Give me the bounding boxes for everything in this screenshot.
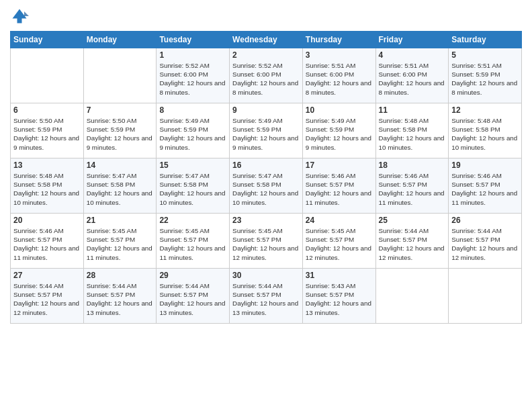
day-number: 1 bbox=[159, 50, 226, 60]
day-number: 18 bbox=[379, 161, 446, 170]
day-info: Sunrise: 5:51 AMSunset: 6:00 PMDaylight:… bbox=[306, 61, 373, 97]
day-info: Sunrise: 5:46 AMSunset: 5:57 PMDaylight:… bbox=[379, 171, 446, 207]
calendar-cell: 16Sunrise: 5:47 AMSunset: 5:58 PMDayligh… bbox=[230, 158, 303, 214]
day-info: Sunrise: 5:44 AMSunset: 5:57 PMDaylight:… bbox=[159, 281, 226, 317]
day-number: 21 bbox=[87, 216, 154, 225]
day-info: Sunrise: 5:50 AMSunset: 5:59 PMDaylight:… bbox=[13, 116, 81, 152]
calendar-cell: 19Sunrise: 5:46 AMSunset: 5:57 PMDayligh… bbox=[449, 158, 522, 214]
day-info: Sunrise: 5:45 AMSunset: 5:57 PMDaylight:… bbox=[306, 226, 373, 262]
day-number: 25 bbox=[379, 216, 446, 225]
calendar-cell bbox=[11, 48, 84, 103]
day-number: 29 bbox=[159, 271, 226, 280]
calendar-cell: 22Sunrise: 5:45 AMSunset: 5:57 PMDayligh… bbox=[157, 214, 230, 269]
day-number: 24 bbox=[306, 216, 373, 225]
day-info: Sunrise: 5:52 AMSunset: 6:00 PMDaylight:… bbox=[232, 61, 300, 97]
calendar-cell: 29Sunrise: 5:44 AMSunset: 5:57 PMDayligh… bbox=[157, 269, 230, 324]
calendar-cell bbox=[449, 269, 522, 324]
day-info: Sunrise: 5:48 AMSunset: 5:58 PMDaylight:… bbox=[379, 116, 446, 152]
calendar-cell: 7Sunrise: 5:50 AMSunset: 5:59 PMDaylight… bbox=[83, 103, 157, 158]
day-info: Sunrise: 5:49 AMSunset: 5:59 PMDaylight:… bbox=[232, 116, 300, 152]
day-number: 6 bbox=[13, 105, 81, 115]
day-number: 19 bbox=[451, 161, 519, 170]
calendar-cell: 17Sunrise: 5:46 AMSunset: 5:57 PMDayligh… bbox=[302, 158, 375, 214]
day-info: Sunrise: 5:47 AMSunset: 5:58 PMDaylight:… bbox=[159, 171, 226, 207]
day-number: 31 bbox=[306, 271, 373, 280]
calendar-table: SundayMondayTuesdayWednesdayThursdayFrid… bbox=[10, 31, 522, 324]
calendar-cell: 28Sunrise: 5:44 AMSunset: 5:57 PMDayligh… bbox=[83, 269, 157, 324]
day-number: 27 bbox=[13, 271, 81, 280]
calendar-cell: 14Sunrise: 5:47 AMSunset: 5:58 PMDayligh… bbox=[83, 158, 157, 214]
calendar-cell: 8Sunrise: 5:49 AMSunset: 5:59 PMDaylight… bbox=[157, 103, 230, 158]
calendar-cell: 6Sunrise: 5:50 AMSunset: 5:59 PMDaylight… bbox=[11, 103, 84, 158]
header bbox=[10, 7, 522, 26]
day-info: Sunrise: 5:44 AMSunset: 5:57 PMDaylight:… bbox=[451, 226, 519, 262]
calendar-cell: 26Sunrise: 5:44 AMSunset: 5:57 PMDayligh… bbox=[449, 214, 522, 269]
logo bbox=[10, 7, 32, 26]
calendar-cell: 9Sunrise: 5:49 AMSunset: 5:59 PMDaylight… bbox=[230, 103, 303, 158]
calendar-header-friday: Friday bbox=[375, 32, 449, 48]
day-info: Sunrise: 5:50 AMSunset: 5:59 PMDaylight:… bbox=[87, 116, 154, 152]
day-info: Sunrise: 5:45 AMSunset: 5:57 PMDaylight:… bbox=[232, 226, 300, 262]
calendar-cell: 5Sunrise: 5:51 AMSunset: 5:59 PMDaylight… bbox=[449, 48, 522, 103]
calendar-cell: 2Sunrise: 5:52 AMSunset: 6:00 PMDaylight… bbox=[230, 48, 303, 103]
calendar-cell: 24Sunrise: 5:45 AMSunset: 5:57 PMDayligh… bbox=[302, 214, 375, 269]
calendar-cell: 18Sunrise: 5:46 AMSunset: 5:57 PMDayligh… bbox=[375, 158, 449, 214]
day-number: 7 bbox=[87, 105, 154, 115]
page: SundayMondayTuesdayWednesdayThursdayFrid… bbox=[0, 0, 532, 411]
calendar-cell: 25Sunrise: 5:44 AMSunset: 5:57 PMDayligh… bbox=[375, 214, 449, 269]
day-number: 2 bbox=[232, 50, 300, 60]
calendar-cell: 13Sunrise: 5:48 AMSunset: 5:58 PMDayligh… bbox=[11, 158, 84, 214]
day-number: 4 bbox=[379, 50, 446, 60]
day-number: 20 bbox=[13, 216, 81, 225]
day-info: Sunrise: 5:44 AMSunset: 5:57 PMDaylight:… bbox=[379, 226, 446, 262]
day-info: Sunrise: 5:49 AMSunset: 5:59 PMDaylight:… bbox=[159, 116, 226, 152]
calendar-cell bbox=[83, 48, 157, 103]
day-number: 23 bbox=[232, 216, 300, 225]
day-number: 10 bbox=[306, 105, 373, 115]
day-number: 15 bbox=[159, 161, 226, 170]
day-info: Sunrise: 5:45 AMSunset: 5:57 PMDaylight:… bbox=[159, 226, 226, 262]
calendar-header-row: SundayMondayTuesdayWednesdayThursdayFrid… bbox=[11, 32, 522, 48]
calendar-cell: 21Sunrise: 5:45 AMSunset: 5:57 PMDayligh… bbox=[83, 214, 157, 269]
day-number: 9 bbox=[232, 105, 300, 115]
day-info: Sunrise: 5:47 AMSunset: 5:58 PMDaylight:… bbox=[87, 171, 154, 207]
day-number: 26 bbox=[451, 216, 519, 225]
calendar-cell bbox=[375, 269, 449, 324]
day-number: 8 bbox=[159, 105, 226, 115]
calendar-cell: 15Sunrise: 5:47 AMSunset: 5:58 PMDayligh… bbox=[157, 158, 230, 214]
calendar-week-3: 13Sunrise: 5:48 AMSunset: 5:58 PMDayligh… bbox=[11, 158, 522, 214]
day-info: Sunrise: 5:43 AMSunset: 5:57 PMDaylight:… bbox=[306, 281, 373, 317]
day-info: Sunrise: 5:48 AMSunset: 5:58 PMDaylight:… bbox=[13, 171, 81, 207]
calendar-cell: 20Sunrise: 5:46 AMSunset: 5:57 PMDayligh… bbox=[11, 214, 84, 269]
day-info: Sunrise: 5:44 AMSunset: 5:57 PMDaylight:… bbox=[13, 281, 81, 317]
day-number: 14 bbox=[87, 161, 154, 170]
day-info: Sunrise: 5:46 AMSunset: 5:57 PMDaylight:… bbox=[306, 171, 373, 207]
logo-icon bbox=[10, 7, 29, 26]
calendar-header-saturday: Saturday bbox=[449, 32, 522, 48]
day-number: 30 bbox=[232, 271, 300, 280]
calendar-cell: 10Sunrise: 5:49 AMSunset: 5:59 PMDayligh… bbox=[302, 103, 375, 158]
calendar-cell: 11Sunrise: 5:48 AMSunset: 5:58 PMDayligh… bbox=[375, 103, 449, 158]
calendar-week-2: 6Sunrise: 5:50 AMSunset: 5:59 PMDaylight… bbox=[11, 103, 522, 158]
calendar-cell: 3Sunrise: 5:51 AMSunset: 6:00 PMDaylight… bbox=[302, 48, 375, 103]
calendar-week-5: 27Sunrise: 5:44 AMSunset: 5:57 PMDayligh… bbox=[11, 269, 522, 324]
day-info: Sunrise: 5:45 AMSunset: 5:57 PMDaylight:… bbox=[87, 226, 154, 262]
day-number: 11 bbox=[379, 105, 446, 115]
day-info: Sunrise: 5:47 AMSunset: 5:58 PMDaylight:… bbox=[232, 171, 300, 207]
day-info: Sunrise: 5:46 AMSunset: 5:57 PMDaylight:… bbox=[451, 171, 519, 207]
day-number: 13 bbox=[13, 161, 81, 170]
day-number: 17 bbox=[306, 161, 373, 170]
day-number: 5 bbox=[451, 50, 519, 60]
day-info: Sunrise: 5:52 AMSunset: 6:00 PMDaylight:… bbox=[159, 61, 226, 97]
day-info: Sunrise: 5:51 AMSunset: 5:59 PMDaylight:… bbox=[451, 61, 519, 97]
day-info: Sunrise: 5:46 AMSunset: 5:57 PMDaylight:… bbox=[13, 226, 81, 262]
day-number: 3 bbox=[306, 50, 373, 60]
day-info: Sunrise: 5:44 AMSunset: 5:57 PMDaylight:… bbox=[232, 281, 300, 317]
day-info: Sunrise: 5:48 AMSunset: 5:58 PMDaylight:… bbox=[451, 116, 519, 152]
calendar-cell: 4Sunrise: 5:51 AMSunset: 6:00 PMDaylight… bbox=[375, 48, 449, 103]
day-info: Sunrise: 5:49 AMSunset: 5:59 PMDaylight:… bbox=[306, 116, 373, 152]
calendar-cell: 27Sunrise: 5:44 AMSunset: 5:57 PMDayligh… bbox=[11, 269, 84, 324]
calendar-header-monday: Monday bbox=[83, 32, 157, 48]
calendar-cell: 31Sunrise: 5:43 AMSunset: 5:57 PMDayligh… bbox=[302, 269, 375, 324]
calendar-header-thursday: Thursday bbox=[302, 32, 375, 48]
